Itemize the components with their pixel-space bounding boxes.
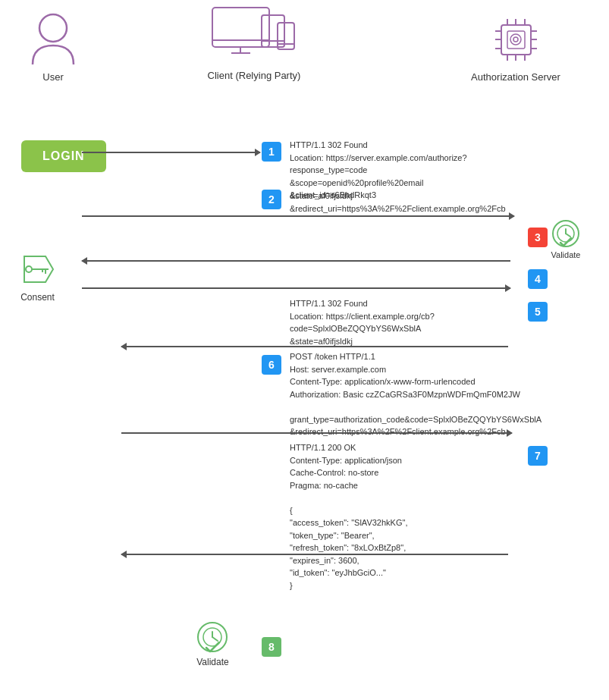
validate-icon-bottom: [196, 620, 230, 654]
consent-icon: [17, 249, 58, 290]
svg-rect-9: [501, 25, 531, 55]
validate-label-top: Validate: [551, 250, 581, 259]
consent-label: Consent: [20, 292, 55, 303]
arrow-step7-left: [121, 554, 508, 555]
arrow-step6-right: [121, 432, 512, 434]
user-icon: [27, 11, 80, 68]
svg-line-28: [566, 234, 570, 237]
diagram-container: User Client (Relying Party): [0, 0, 609, 700]
message-text-5: HTTP/1.1 302 Found Location: https://cli…: [290, 297, 435, 347]
arrow-step1: [82, 152, 260, 153]
login-button[interactable]: LOGIN: [21, 140, 106, 172]
actor-user: User: [15, 11, 91, 83]
svg-point-0: [39, 14, 67, 42]
step-badge-4: 4: [528, 269, 548, 289]
message-2: &state=af0ifjsldkj &redirect_uri=https%3…: [290, 190, 506, 215]
svg-line-36: [212, 637, 218, 641]
actor-client: Client (Relying Party): [193, 4, 315, 81]
step-badge-3: 3: [528, 228, 548, 247]
user-label: User: [42, 71, 63, 83]
client-icon: [205, 4, 303, 68]
step-badge-8: 8: [262, 637, 281, 657]
svg-point-23: [510, 34, 521, 45]
validate-area-bottom: Validate: [196, 620, 230, 667]
message-7: HTTP/1.1 200 OK Content-Type: applicatio…: [290, 441, 407, 592]
message-text-6: POST /token HTTP/1.1 Host: server.exampl…: [290, 350, 542, 438]
message-5: HTTP/1.1 302 Found Location: https://cli…: [290, 297, 435, 347]
validate-icon-top: [551, 218, 581, 249]
auth-label: Authorization Server: [471, 71, 560, 83]
step-badge-1: 1: [262, 142, 281, 162]
step-badge-7: 7: [528, 446, 548, 466]
arrow-consent-to-auth: [82, 287, 510, 289]
message-text-7: HTTP/1.1 200 OK Content-Type: applicatio…: [290, 441, 407, 592]
svg-point-29: [26, 266, 32, 272]
step-badge-6: 6: [262, 355, 281, 375]
arrow-to-auth: [82, 215, 514, 217]
consent-area: Consent: [17, 249, 58, 303]
validate-area-top: Validate: [551, 218, 581, 259]
step-badge-2: 2: [262, 190, 281, 209]
client-label: Client (Relying Party): [208, 70, 301, 81]
auth-server-icon: [488, 11, 545, 68]
svg-rect-5: [262, 15, 284, 47]
message-text-2: &state=af0ifjsldkj &redirect_uri=https%3…: [290, 190, 506, 215]
svg-point-24: [513, 37, 518, 42]
step-badge-5: 5: [528, 302, 548, 322]
svg-rect-7: [278, 23, 294, 49]
message-6: POST /token HTTP/1.1 Host: server.exampl…: [290, 350, 542, 438]
arrow-step5-left: [121, 346, 508, 347]
validate-label-bottom: Validate: [196, 657, 228, 667]
arrow-to-consent: [82, 260, 510, 262]
svg-rect-1: [212, 8, 269, 47]
actor-auth: Authorization Server: [455, 11, 576, 83]
